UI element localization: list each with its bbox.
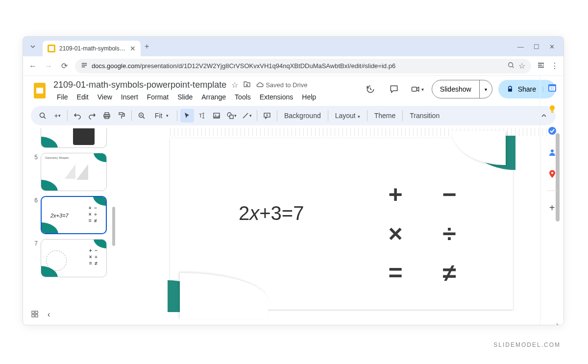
- menu-tools[interactable]: Tools: [231, 91, 254, 103]
- zoom-level[interactable]: Fit ▾: [149, 109, 174, 122]
- new-slide-button[interactable]: + ▾: [50, 109, 64, 122]
- back-button[interactable]: ←: [28, 62, 38, 71]
- filmstrip-scrollbar[interactable]: [112, 207, 115, 246]
- multiply-symbol[interactable]: ×: [376, 221, 415, 256]
- zoom-out-button[interactable]: [135, 109, 148, 122]
- search-menus-button[interactable]: [36, 109, 49, 122]
- undo-button[interactable]: [71, 109, 84, 122]
- slideshow-button[interactable]: Slideshow: [432, 80, 479, 98]
- comment-tool[interactable]: [260, 109, 274, 122]
- app-header: 2109-01-math-symbols-powerpoint-template…: [23, 76, 564, 103]
- browser-tab[interactable]: 2109-01-math-symbols-powerp ✕: [43, 41, 141, 56]
- star-button[interactable]: ☆: [231, 80, 238, 90]
- svg-line-4: [513, 66, 514, 68]
- new-tab-button[interactable]: +: [145, 42, 149, 51]
- forward-button[interactable]: →: [44, 62, 53, 71]
- shape-tool[interactable]: ▾: [224, 109, 239, 122]
- redo-button[interactable]: [85, 109, 99, 122]
- slide-thumbnail-5[interactable]: Geometry Shapes: [41, 153, 107, 191]
- address-bar[interactable]: docs.google.com/presentation/d/1D12V2W2Y…: [75, 59, 531, 73]
- filmstrip[interactable]: 5 Geometry Shapes 6 2x+3=7 + −× ÷= ≠: [23, 128, 116, 325]
- svg-rect-6: [538, 65, 542, 66]
- cloud-icon: [256, 81, 264, 89]
- save-status[interactable]: Saved to Drive: [256, 81, 307, 89]
- paint-format-button[interactable]: [115, 109, 128, 122]
- grid-view-button[interactable]: [31, 310, 39, 320]
- svg-point-41: [548, 127, 556, 135]
- thumb-number: 6: [33, 196, 38, 234]
- menu-insert[interactable]: Insert: [118, 91, 142, 103]
- bookmark-star-icon[interactable]: ☆: [518, 61, 525, 71]
- tab-close-button[interactable]: ✕: [130, 45, 136, 52]
- svg-point-43: [551, 172, 553, 174]
- side-panel-toggle[interactable]: [537, 61, 545, 71]
- menu-help[interactable]: Help: [298, 91, 319, 103]
- minimize-button[interactable]: —: [517, 43, 524, 50]
- browser-window: 2109-01-math-symbols-powerp ✕ + — ☐ ✕ ← …: [23, 36, 564, 325]
- menu-view[interactable]: View: [94, 91, 116, 103]
- maximize-button[interactable]: ☐: [534, 43, 539, 50]
- minus-symbol[interactable]: −: [430, 182, 469, 217]
- menu-arrange[interactable]: Arrange: [198, 91, 229, 103]
- meet-button[interactable]: ▾: [409, 80, 426, 98]
- url-text: docs.google.com/presentation/d/1D12V2W2Y…: [92, 62, 504, 70]
- textbox-tool[interactable]: T: [195, 109, 209, 122]
- svg-rect-11: [508, 89, 512, 92]
- maps-icon[interactable]: [547, 169, 557, 179]
- calendar-icon[interactable]: 31: [547, 83, 557, 93]
- slide-thumbnail-6[interactable]: 2x+3=7 + −× ÷= ≠: [41, 196, 107, 234]
- slide-thumbnail-4[interactable]: [41, 128, 107, 148]
- line-tool[interactable]: ▾: [240, 109, 254, 122]
- menu-edit[interactable]: Edit: [74, 91, 92, 103]
- svg-rect-33: [32, 311, 34, 314]
- document-title[interactable]: 2109-01-math-symbols-powerpoint-template: [53, 80, 226, 90]
- share-button[interactable]: Share: [498, 85, 543, 93]
- menu-slide[interactable]: Slide: [174, 91, 196, 103]
- slide-canvas[interactable]: 2x+3=7 + − × ÷ = ≠: [170, 138, 513, 310]
- layout-button[interactable]: Layout ▾: [331, 112, 364, 120]
- move-button[interactable]: [243, 80, 251, 90]
- zoom-icon[interactable]: [508, 62, 514, 71]
- menu-format[interactable]: Format: [144, 91, 172, 103]
- svg-text:31: 31: [550, 87, 554, 90]
- theme-button[interactable]: Theme: [370, 112, 400, 120]
- toolbar: + ▾ Fit ▾ T ▾ ▾ Background Layout ▾ Them…: [31, 106, 556, 125]
- select-tool[interactable]: [180, 109, 194, 122]
- browser-menu-icon[interactable]: ⋮: [551, 61, 559, 71]
- slideshow-dropdown[interactable]: ▾: [479, 80, 492, 98]
- tab-search-dropdown[interactable]: [27, 41, 39, 52]
- menu-file[interactable]: File: [53, 91, 72, 103]
- slides-favicon: [48, 45, 55, 52]
- history-button[interactable]: [362, 80, 379, 98]
- equals-symbol[interactable]: =: [376, 261, 415, 295]
- tasks-icon[interactable]: [547, 126, 557, 136]
- transition-button[interactable]: Transition: [406, 112, 443, 120]
- tab-title: 2109-01-math-symbols-powerp: [59, 45, 126, 52]
- close-window-button[interactable]: ✕: [549, 43, 555, 50]
- reload-button[interactable]: ⟳: [59, 61, 69, 71]
- site-info-icon[interactable]: [81, 62, 88, 71]
- add-addon-button[interactable]: +: [547, 203, 557, 213]
- math-symbols-grid[interactable]: + − × ÷ = ≠: [376, 182, 469, 295]
- background-button[interactable]: Background: [280, 112, 325, 120]
- svg-rect-5: [538, 63, 544, 64]
- filmstrip-footer: ‹: [31, 310, 50, 320]
- keep-icon[interactable]: [547, 104, 557, 114]
- watermark: SLIDEMODEL.COM: [493, 341, 561, 348]
- slide-thumbnail-7[interactable]: + −× ÷= ≠: [41, 239, 107, 277]
- image-tool[interactable]: [210, 109, 223, 122]
- equation-text[interactable]: 2x+3=7: [239, 202, 304, 225]
- contacts-icon[interactable]: [547, 147, 557, 157]
- slides-logo[interactable]: [31, 82, 49, 99]
- print-button[interactable]: [100, 109, 114, 122]
- canvas-area: 2x+3=7 + − × ÷ = ≠ ›: [116, 128, 564, 325]
- prev-slide-arrow[interactable]: ‹: [48, 310, 50, 320]
- plus-symbol[interactable]: +: [376, 182, 415, 217]
- not-equals-symbol[interactable]: ≠: [430, 261, 469, 295]
- thumb-number: 5: [33, 153, 38, 191]
- menu-extensions[interactable]: Extensions: [256, 91, 296, 103]
- divide-symbol[interactable]: ÷: [430, 221, 469, 256]
- svg-line-13: [44, 117, 46, 119]
- side-panel: 31 +: [540, 76, 564, 325]
- comments-button[interactable]: [385, 80, 403, 98]
